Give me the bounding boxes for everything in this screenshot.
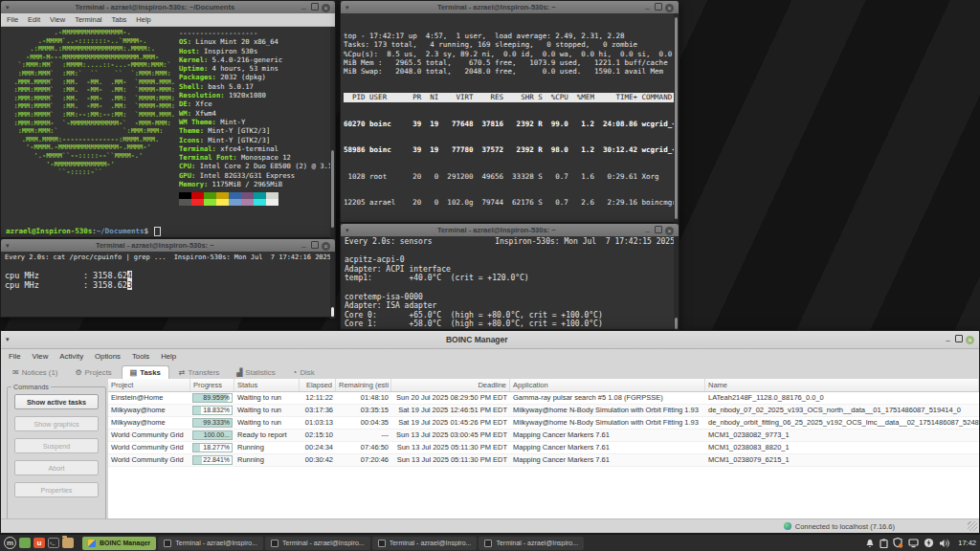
titlebar-buttons: –× [640,226,674,235]
menu-view[interactable]: View [33,352,49,361]
window-title: BOINC Manager [13,335,941,344]
mint-menu-icon[interactable]: m [4,537,16,549]
titlebar-buttons: –× [941,335,974,344]
close-icon[interactable]: × [322,4,330,12]
col-header-application[interactable]: Application [510,379,705,391]
tab-disk[interactable]: ◔Disk [285,366,323,380]
taskbar-window-terminal-1[interactable]: Terminal - azrael@Inspiro... [158,537,263,550]
bar-chart-icon: ▟ [236,368,242,377]
maximize-icon[interactable] [955,335,963,342]
col-header-status[interactable]: Status [234,379,300,391]
system-tray: 17:42 [865,538,976,548]
menu-help[interactable]: Help [161,352,176,361]
task-row[interactable]: Einstein@Home 89.959% Waiting to run 12:… [108,392,979,405]
titlebar[interactable]: ▾ BOINC Manager –× [1,331,979,349]
menu-tabs[interactable]: Tabs [112,15,127,24]
col-header-progress[interactable]: Progress [190,379,234,391]
close-icon[interactable]: × [665,4,674,12]
clipboard-icon[interactable] [880,539,888,548]
task-row[interactable]: World Community Grid 100.00... Ready to … [108,430,979,442]
process-row: 1028 root 20 0 291200 49656 33328 S 0.7 … [344,172,676,181]
scrollbar[interactable] [674,236,679,331]
power-icon[interactable] [924,538,934,548]
titlebar[interactable]: ▾ Terminal - azrael@Inspiron-530s: ~ –× [341,1,679,13]
commands-legend: Commands [11,383,51,391]
maximize-icon[interactable] [311,3,319,11]
task-row[interactable]: Milkyway@home 18.832% Waiting to run 03:… [108,405,979,417]
suspend-button[interactable]: Suspend [14,438,99,453]
terminal-menubar: File Edit View Terminal Tabs Help [1,13,335,27]
window-title: Terminal - azrael@Inspiron-530s: ~ [353,3,640,11]
close-icon[interactable]: × [966,336,974,344]
scrollbar[interactable] [674,13,679,226]
file-manager-icon[interactable] [62,538,74,548]
menu-terminal[interactable]: Terminal [75,15,101,24]
col-header-elapsed[interactable]: Elapsed [300,379,336,391]
menu-view[interactable]: View [50,15,65,24]
taskbar-window-terminal-2[interactable]: Terminal - azrael@Inspiro... [265,537,370,550]
col-header-deadline[interactable]: Deadline [391,379,510,391]
tab-notices[interactable]: ✉Notices (1) [5,366,65,380]
tab-statistics[interactable]: ▟Statistics [229,366,282,380]
taskbar-window-boinc[interactable]: BOINC Manager [82,537,156,550]
window-menu-icon[interactable]: ▾ [345,4,349,11]
col-header-remaining[interactable]: Remaining (esti [336,379,391,391]
window-menu-icon[interactable]: ▾ [6,4,10,11]
minimize-icon[interactable]: – [300,242,308,251]
task-row[interactable]: World Community Grid 22.841% Running 00:… [108,454,979,467]
task-row[interactable]: World Community Grid 18.277% Running 00:… [108,442,979,454]
bell-icon[interactable] [865,539,875,548]
boinc-main-area: Commands Show active tasks Show graphics… [1,379,979,519]
taskbar-clock[interactable]: 17:42 [958,539,976,547]
taskbar-window-terminal-3[interactable]: Terminal - azrael@Inspiro... [372,537,478,550]
minimize-icon[interactable]: – [300,4,308,12]
tab-transfers[interactable]: ⇄Transfers [171,366,227,380]
titlebar[interactable]: ▾ Terminal - azrael@Inspiron-530s: ~/Doc… [1,1,335,13]
workspace-icon[interactable] [19,538,31,548]
neofetch-color-palette [179,192,278,206]
maximize-icon[interactable] [655,226,662,233]
scrollbar[interactable] [330,27,335,240]
titlebar-buttons: –× [297,241,330,251]
volume-icon[interactable] [939,539,950,548]
window-menu-icon[interactable]: ▾ [6,242,10,250]
menu-file[interactable]: File [9,352,21,361]
sensors-output: acpitz-acpi-0 Adapter: ACPI interface te… [345,247,675,329]
properties-button[interactable]: Properties [14,482,99,497]
titlebar[interactable]: ▾ Terminal - azrael@Inspiron-530s: ~ –× [341,224,679,236]
tab-tasks[interactable]: ▤Tasks [122,365,169,380]
maximize-icon[interactable] [311,241,319,249]
titlebar[interactable]: ▾ Terminal - azrael@Inspiron-530s: ~ –× [1,239,335,252]
menu-help[interactable]: Help [136,15,150,24]
gear-icon: ⚙ [75,368,81,377]
minimize-icon[interactable]: – [643,227,652,235]
menu-file[interactable]: File [7,15,18,24]
display-icon[interactable] [908,539,919,548]
close-icon[interactable]: × [665,227,674,235]
taskbar-window-terminal-4[interactable]: Terminal - azrael@Inspiro... [479,537,584,550]
col-header-project[interactable]: Project [108,379,190,391]
transfer-arrows-icon: ⇄ [179,368,186,377]
menu-activity[interactable]: Activity [59,352,83,361]
menu-options[interactable]: Options [95,352,121,361]
col-header-name[interactable]: Name [705,379,979,391]
scrollbar[interactable] [330,252,335,319]
show-active-tasks-button[interactable]: Show active tasks [14,394,99,409]
terminal-launcher-icon[interactable]: ›_ [48,538,59,548]
tab-projects[interactable]: ⚙Projects [67,366,119,380]
menu-tools[interactable]: Tools [132,352,149,361]
resize-grip[interactable] [968,521,977,531]
menu-edit[interactable]: Edit [28,15,40,24]
update-manager-icon[interactable]: u [33,538,45,548]
maximize-icon[interactable] [655,3,662,11]
terminal-icon [484,540,492,547]
minimize-icon[interactable]: – [944,336,952,344]
show-graphics-button[interactable]: Show graphics [14,416,99,431]
window-menu-icon[interactable]: ▾ [345,227,349,234]
abort-button[interactable]: Abort [14,460,99,475]
minimize-icon[interactable]: – [643,4,652,12]
window-menu-icon[interactable]: ▾ [6,336,10,343]
close-icon[interactable]: × [322,242,330,251]
shield-icon[interactable] [893,538,903,548]
task-row[interactable]: Milkyway@home 99.333% Waiting to run 01:… [108,417,979,430]
